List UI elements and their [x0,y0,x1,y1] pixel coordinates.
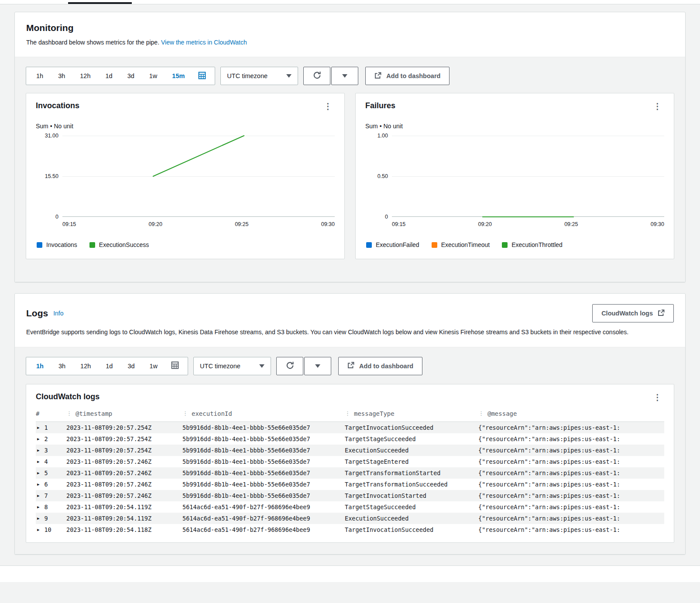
kebab-menu-icon[interactable]: ⋮ [651,392,664,402]
monitoring-body: 1h 3h 12h 1d 3d 1w 15m UTC timezone [15,57,685,282]
time-range-3h-button[interactable]: 3h [51,357,73,375]
add-to-dashboard-button[interactable]: Add to dashboard [338,357,422,375]
expand-row-icon[interactable]: ▶ [37,425,39,430]
cell-timestamp: 2023-11-08T09:20:54.119Z [66,504,182,510]
refresh-button[interactable] [276,357,303,375]
monitoring-timezone-dropdown[interactable]: UTC timezone [220,67,298,85]
refresh-options-button[interactable] [331,67,358,85]
table-row[interactable]: ▶22023-11-08T09:20:57.254Z5b9916dd-8b1b-… [36,433,664,445]
legend-item[interactable]: ExecutionThrottled [502,241,563,248]
column-header-execution-id[interactable]: ⋮executionId [182,410,345,417]
cell-message-type: ExecutionSucceeded [345,447,478,454]
time-range-1d-button[interactable]: 1d [98,67,120,85]
logs-table-body: ▶12023-11-08T09:20:57.254Z5b9916dd-8b1b-… [36,422,664,535]
logs-timezone-dropdown[interactable]: UTC timezone [193,357,271,375]
x-tick-label: 09:30 [321,221,335,227]
expand-row-icon[interactable]: ▶ [37,505,39,509]
table-row[interactable]: ▶92023-11-08T09:20:54.119Z5614ac6d-ea51-… [36,513,664,524]
expand-row-icon[interactable]: ▶ [37,471,39,475]
column-header-message-type[interactable]: ⋮messageType [345,410,478,417]
time-range-3h-button[interactable]: 3h [51,67,72,85]
legend-item[interactable]: Invocations [37,241,77,248]
column-resize-handle-icon[interactable]: ⋮ [66,410,72,417]
table-row[interactable]: ▶12023-11-08T09:20:57.254Z5b9916dd-8b1b-… [36,422,664,433]
column-header-timestamp[interactable]: ⋮@timestamp [66,410,182,417]
column-header-message[interactable]: ⋮@message [478,410,664,417]
cell-execution-id: 5b9916dd-8b1b-4ee1-bbbb-55e66e035de7 [182,447,345,454]
legend-swatch [89,242,95,248]
time-range-1w-button[interactable]: 1w [142,67,165,85]
legend-item[interactable]: ExecutionSuccess [89,241,149,248]
time-range-1h-button[interactable]: 1h [29,67,51,85]
row-index: 5 [44,469,48,476]
y-tick-label: 31.00 [45,133,58,139]
cell-execution-id: 5614ac6d-ea51-490f-b27f-968696e4bee9 [182,526,345,533]
cell-message: {"resourceArn":"arn:aws:pipes:us-east-1: [478,492,664,499]
refresh-options-button[interactable] [304,357,331,375]
logs-info-link[interactable]: Info [53,310,63,317]
invocations-plot-area [62,136,335,217]
row-index-cell: ▶1 [36,424,66,431]
cloudwatch-logs-button[interactable]: CloudWatch logs [592,304,674,322]
row-index: 7 [44,492,48,499]
x-tick-label: 09:25 [564,221,578,227]
logs-panel: Logs Info CloudWatch logs EventBridge su… [14,293,686,555]
time-range-1d-button[interactable]: 1d [98,357,120,375]
expand-row-icon[interactable]: ▶ [37,493,39,498]
table-row[interactable]: ▶72023-11-08T09:20:57.246Z5b9916dd-8b1b-… [36,490,664,501]
time-range-12h-button[interactable]: 12h [73,357,98,375]
failures-chart-card: Failures ⋮ Sum • No unit 1.00 0.50 0 [355,93,674,259]
expand-row-icon[interactable]: ▶ [37,459,39,464]
time-range-12h-button[interactable]: 12h [72,67,98,85]
monitoring-panel: Monitoring The dashboard below shows met… [14,12,686,282]
cell-message: {"resourceArn":"arn:aws:pipes:us-east-1: [478,481,664,488]
column-resize-handle-icon[interactable]: ⋮ [345,410,350,417]
row-index-cell: ▶9 [36,515,66,522]
kebab-menu-icon[interactable]: ⋮ [321,101,335,111]
logs-table-header: # ⋮@timestamp ⋮executionId ⋮messageType … [36,407,664,422]
cell-execution-id: 5b9916dd-8b1b-4ee1-bbbb-55e66e035de7 [182,492,345,499]
cell-message-type: ExecutionSucceeded [345,515,478,522]
table-row[interactable]: ▶62023-11-08T09:20:57.246Z5b9916dd-8b1b-… [36,479,664,490]
logs-time-range-selector: 1h 3h 12h 1d 3d 1w [26,357,188,375]
expand-row-icon[interactable]: ▶ [37,528,39,532]
time-range-1h-button[interactable]: 1h [29,357,51,375]
external-link-icon [658,309,665,318]
y-axis-labels: 31.00 15.50 0 [36,136,58,217]
row-index: 10 [44,526,51,533]
time-range-3d-button[interactable]: 3d [120,357,142,375]
custom-time-range-calendar-button[interactable] [192,67,212,85]
table-row[interactable]: ▶42023-11-08T09:20:57.246Z5b9916dd-8b1b-… [36,456,664,467]
table-row[interactable]: ▶102023-11-08T09:20:54.118Z5614ac6d-ea51… [36,524,664,535]
legend-item[interactable]: ExecutionTimeout [432,241,490,248]
time-range-3d-button[interactable]: 3d [120,67,142,85]
time-range-1w-button[interactable]: 1w [142,357,165,375]
table-row[interactable]: ▶82023-11-08T09:20:54.119Z5614ac6d-ea51-… [36,501,664,513]
x-tick-label: 09:20 [478,221,492,227]
table-row[interactable]: ▶52023-11-08T09:20:57.246Z5b9916dd-8b1b-… [36,467,664,479]
kebab-menu-icon[interactable]: ⋮ [651,101,664,111]
x-tick-label: 09:25 [235,221,248,227]
legend-item[interactable]: ExecutionFailed [366,241,419,248]
expand-row-icon[interactable]: ▶ [37,437,39,441]
view-metrics-cloudwatch-link[interactable]: View the metrics in CloudWatch [161,39,247,46]
expand-row-icon[interactable]: ▶ [37,516,39,521]
custom-time-range-calendar-button[interactable] [165,357,185,375]
column-resize-handle-icon[interactable]: ⋮ [182,410,188,417]
cell-timestamp: 2023-11-08T09:20:57.246Z [66,481,182,488]
add-to-dashboard-button[interactable]: Add to dashboard [365,67,450,85]
table-row[interactable]: ▶32023-11-08T09:20:57.254Z5b9916dd-8b1b-… [36,445,664,456]
column-resize-handle-icon[interactable]: ⋮ [478,410,484,417]
column-header-index[interactable]: # [36,410,66,417]
refresh-button[interactable] [303,67,330,85]
time-range-15m-button[interactable]: 15m [165,67,192,85]
row-index-cell: ▶6 [36,481,66,488]
cell-message-type: TargetInvocationStarted [345,492,478,499]
external-link-icon [347,362,354,370]
expand-row-icon[interactable]: ▶ [37,482,39,487]
refresh-icon [313,71,321,81]
cell-message: {"resourceArn":"arn:aws:pipes:us-east-1: [478,515,664,522]
expand-row-icon[interactable]: ▶ [37,448,39,452]
refresh-icon [286,361,294,371]
row-index-cell: ▶3 [36,447,66,454]
